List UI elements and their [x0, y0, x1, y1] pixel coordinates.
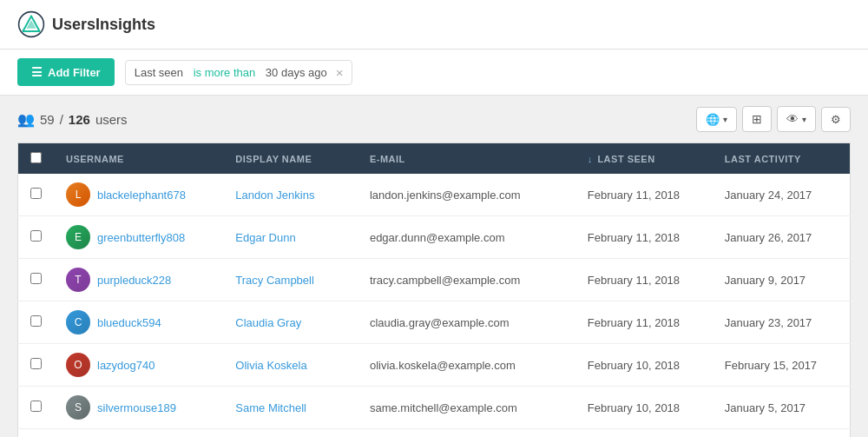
filter-lines-icon: ☰ — [31, 65, 43, 79]
table-row: S silvermouse189 Same Mitchell same.mitc… — [18, 387, 851, 429]
select-all-column — [18, 143, 55, 175]
last-seen-cell: February 11, 2018 — [575, 174, 713, 216]
logo-icon — [17, 10, 45, 38]
username-cell: S silvermouse189 — [54, 387, 223, 429]
last-seen-cell: February 10, 2018 — [575, 344, 713, 387]
last-activity-cell: January 24, 2017 — [713, 174, 851, 216]
last-seen-column-header[interactable]: ↓ LAST SEEN — [575, 143, 713, 175]
email-cell: jesse.richardson@example.com — [358, 429, 575, 438]
username-link[interactable]: greenbutterfly808 — [97, 231, 185, 244]
row-checkbox-cell — [18, 387, 55, 429]
count-separator: / — [60, 112, 63, 127]
app-title: UsersInsights — [52, 16, 155, 34]
last-seen-cell: February 11, 2018 — [575, 259, 713, 301]
users-label: users — [95, 112, 128, 127]
username-cell: O lazydog740 — [54, 344, 223, 387]
filtered-count: 59 — [40, 112, 55, 127]
email-cell: olivia.koskela@example.com — [358, 344, 575, 387]
row-checkbox-cell — [18, 301, 55, 344]
avatar: O — [66, 353, 90, 377]
row-checkbox[interactable] — [30, 315, 42, 327]
last-activity-cell: January 23, 2017 — [713, 301, 851, 344]
username-link[interactable]: purpleduck228 — [97, 274, 171, 287]
total-count: 126 — [69, 112, 90, 127]
select-all-checkbox[interactable] — [30, 152, 42, 163]
logo: UsersInsights — [17, 10, 155, 38]
username-cell: C blueduck594 — [54, 301, 223, 344]
username-link[interactable]: lazydog740 — [97, 359, 155, 372]
last-activity-cell: January 9, 2017 — [713, 259, 851, 301]
last-seen-cell: February 10, 2018 — [575, 429, 713, 438]
dropdown-chevron-2: ▾ — [802, 115, 806, 124]
row-checkbox-cell — [18, 429, 55, 438]
row-checkbox[interactable] — [30, 273, 42, 284]
row-checkbox[interactable] — [30, 358, 42, 369]
last-activity-cell: January 5, 2017 — [713, 387, 851, 429]
avatar: L — [66, 182, 90, 207]
active-filter-tag: Last seen is more than 30 days ago × — [125, 60, 353, 85]
grid-icon: ⊞ — [752, 112, 762, 126]
username-link[interactable]: blueduck594 — [97, 316, 161, 329]
email-cell: claudia.gray@example.com — [358, 301, 575, 344]
last-activity-cell: January 26, 2017 — [713, 216, 851, 259]
table-row: O lazydog740 Olivia Koskela olivia.koske… — [18, 344, 851, 387]
add-filter-label: Add Filter — [48, 66, 101, 79]
settings-icon: ⚙ — [831, 113, 841, 126]
username-column-header[interactable]: USERNAME — [54, 143, 223, 175]
globe-dropdown-button[interactable]: 🌐 ▾ — [696, 107, 737, 132]
globe-icon: 🌐 — [706, 113, 720, 126]
row-checkbox-cell — [18, 344, 55, 387]
username-link[interactable]: silvermouse189 — [97, 401, 176, 414]
eye-dropdown-button[interactable]: 👁 ▾ — [777, 106, 816, 132]
display-name-cell: Tracy Campbell — [223, 259, 358, 301]
username-link[interactable]: blackelephant678 — [97, 189, 186, 202]
grid-view-button[interactable]: ⊞ — [742, 106, 772, 132]
email-column-header[interactable]: E-MAIL — [358, 143, 575, 175]
avatar: E — [66, 225, 90, 249]
table-row: J whitemeercat266 Jesse Richardson jesse… — [18, 429, 851, 438]
last-activity-cell: February 15, 2017 — [713, 344, 851, 387]
users-table: USERNAME DISPLAY NAME E-MAIL ↓ LAST SEEN… — [17, 142, 851, 437]
last-seen-cell: February 11, 2018 — [575, 301, 713, 344]
table-header-row: USERNAME DISPLAY NAME E-MAIL ↓ LAST SEEN… — [18, 143, 851, 175]
display-name-cell: Landon Jenkins — [223, 174, 358, 216]
username-cell: E greenbutterfly808 — [54, 216, 223, 259]
table-row: E greenbutterfly808 Edgar Dunn edgar.dun… — [18, 216, 851, 259]
sort-icon: ↓ — [588, 154, 593, 164]
avatar: C — [66, 310, 90, 334]
filter-prefix: Last seen — [135, 66, 183, 79]
email-cell: edgar.dunn@example.com — [358, 216, 575, 259]
users-icon: 👥 — [17, 111, 35, 128]
row-checkbox-cell — [18, 174, 55, 216]
dropdown-chevron: ▾ — [723, 115, 727, 124]
username-cell: T purpleduck228 — [54, 259, 223, 301]
row-checkbox[interactable] — [30, 401, 42, 412]
stats-bar: 👥 59 / 126 users 🌐 ▾ ⊞ 👁 ▾ ⚙ — [0, 96, 868, 142]
last-seen-cell: February 11, 2018 — [575, 216, 713, 259]
table-row: T purpleduck228 Tracy Campbell tracy.cam… — [18, 259, 851, 301]
eye-icon: 👁 — [786, 112, 799, 126]
display-name-cell: Same Mitchell — [223, 387, 358, 429]
email-cell: tracy.campbell@example.com — [358, 259, 575, 301]
header: UsersInsights — [0, 0, 868, 50]
last-activity-column-header[interactable]: LAST ACTIVITY — [713, 143, 851, 175]
filter-value: 30 days ago — [266, 66, 327, 79]
add-filter-button[interactable]: ☰ Add Filter — [17, 58, 115, 86]
username-cell: L blackelephant678 — [54, 174, 223, 216]
display-name-cell: Claudia Gray — [223, 301, 358, 344]
email-cell: same.mitchell@example.com — [358, 387, 575, 429]
settings-button[interactable]: ⚙ — [821, 107, 851, 132]
avatar: T — [66, 268, 90, 292]
table-row: L blackelephant678 Landon Jenkins landon… — [18, 174, 851, 216]
display-name-cell: Edgar Dunn — [223, 216, 358, 259]
row-checkbox[interactable] — [30, 188, 42, 199]
remove-filter-button[interactable]: × — [336, 66, 344, 79]
display-name-cell: Jesse Richardson — [223, 429, 358, 438]
view-toolbar: 🌐 ▾ ⊞ 👁 ▾ ⚙ — [696, 106, 851, 132]
toolbar: ☰ Add Filter Last seen is more than 30 d… — [0, 50, 868, 96]
display-name-cell: Olivia Koskela — [223, 344, 358, 387]
avatar: S — [66, 395, 90, 420]
display-name-column-header[interactable]: DISPLAY NAME — [223, 143, 358, 175]
row-checkbox[interactable] — [30, 230, 42, 242]
users-table-container: USERNAME DISPLAY NAME E-MAIL ↓ LAST SEEN… — [0, 142, 868, 437]
